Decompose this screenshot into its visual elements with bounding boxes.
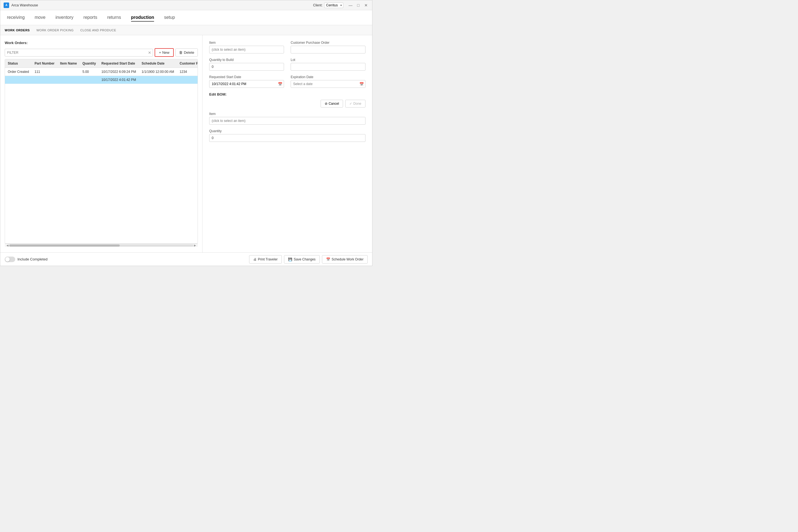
close-button[interactable]: ✕ bbox=[363, 2, 369, 8]
delete-button[interactable]: 🗑 Delete bbox=[175, 49, 198, 57]
col-part-number: Part Number bbox=[32, 59, 57, 68]
horizontal-scrollbar[interactable]: ◀ ▶ bbox=[5, 244, 198, 247]
main-window: A Arca Warehouse Client: Cerritus — □ ✕ … bbox=[0, 0, 373, 266]
bom-quantity-label: Quantity bbox=[209, 129, 365, 133]
lot-input[interactable] bbox=[291, 63, 365, 71]
col-customer-purch: Customer Purch bbox=[177, 59, 198, 68]
cell-part-number bbox=[32, 76, 57, 84]
edit-bom-label: Edit BOM: bbox=[209, 92, 365, 96]
cancel-button[interactable]: ⊘ Cancel bbox=[321, 100, 343, 108]
maximize-button[interactable]: □ bbox=[356, 2, 361, 8]
nav-item-production[interactable]: production bbox=[131, 14, 154, 22]
nav-item-inventory[interactable]: inventory bbox=[55, 14, 73, 22]
scrollbar-track bbox=[9, 244, 193, 247]
new-button[interactable]: + New bbox=[155, 48, 174, 57]
cell-quantity bbox=[79, 76, 99, 84]
col-schedule-date: Schedule Date bbox=[139, 59, 177, 68]
scroll-right-arrow[interactable]: ▶ bbox=[193, 244, 197, 247]
work-orders-table: Status Part Number Item Name Quantity Re… bbox=[5, 59, 198, 84]
plus-icon: + bbox=[159, 51, 161, 55]
customer-po-label: Customer Purchase Order bbox=[291, 41, 365, 44]
table-row[interactable]: Order Created 111 5.00 10/17/2022 6:09:2… bbox=[5, 68, 198, 76]
cell-part-number: 111 bbox=[32, 68, 57, 76]
expiration-date-input[interactable] bbox=[291, 80, 365, 88]
delete-button-label: Delete bbox=[184, 51, 194, 55]
right-panel: Item Customer Purchase Order Quantity to… bbox=[203, 35, 372, 252]
customer-po-input[interactable] bbox=[291, 46, 365, 54]
nav-item-returns[interactable]: returns bbox=[107, 14, 121, 22]
left-panel: Work Orders: ✕ + New 🗑 Delete bbox=[0, 35, 203, 252]
sub-nav-work-order-picking[interactable]: WORK ORDER PICKING bbox=[36, 28, 73, 33]
table-row[interactable]: 10/17/2022 4:01:42 PM bbox=[5, 76, 198, 84]
app-title: Arca Warehouse bbox=[11, 3, 38, 7]
bom-actions: ⊘ Cancel ✓ Done bbox=[209, 100, 365, 108]
col-status: Status bbox=[5, 59, 32, 68]
item-input[interactable] bbox=[209, 46, 284, 54]
toggle-knob bbox=[5, 257, 10, 262]
qty-to-build-label: Quantity to Build bbox=[209, 58, 284, 62]
title-bar-right: Client: Cerritus — □ ✕ bbox=[313, 2, 369, 8]
done-button[interactable]: ✓ Done bbox=[345, 100, 365, 108]
filter-input-wrapper: ✕ bbox=[5, 49, 153, 57]
requested-start-date-input[interactable] bbox=[209, 80, 284, 88]
expiration-date-label: Expiration Date bbox=[291, 75, 365, 79]
cell-status: Order Created bbox=[5, 68, 32, 76]
filter-input[interactable] bbox=[5, 49, 153, 57]
item-label: Item bbox=[209, 41, 284, 44]
new-button-label: New bbox=[162, 51, 169, 55]
cell-requested-start-date: 10/17/2022 4:01:42 PM bbox=[99, 76, 139, 84]
include-completed-toggle[interactable] bbox=[5, 256, 15, 262]
form-group-customer-po: Customer Purchase Order bbox=[291, 41, 365, 54]
title-bar-left: A Arca Warehouse bbox=[4, 2, 38, 8]
nav-item-move[interactable]: move bbox=[35, 14, 45, 22]
save-changes-label: Save Changes bbox=[294, 258, 316, 261]
cell-schedule-date bbox=[139, 76, 177, 84]
client-selector: Client: Cerritus bbox=[313, 2, 343, 8]
calendar-schedule-icon: 📅 bbox=[326, 258, 330, 261]
print-traveler-label: Print Traveler bbox=[258, 258, 278, 261]
nav-bar: receiving move inventory reports returns… bbox=[0, 10, 372, 25]
form-group-expiration-date: Expiration Date 📅 bbox=[291, 75, 365, 88]
schedule-work-order-button[interactable]: 📅 Schedule Work Order bbox=[322, 255, 368, 264]
expiration-date-wrapper: 📅 bbox=[291, 80, 365, 88]
sub-nav-work-orders[interactable]: WORK ORDERS bbox=[5, 28, 30, 33]
requested-start-date-wrapper: 📅 bbox=[209, 80, 284, 88]
nav-item-reports[interactable]: reports bbox=[83, 14, 97, 22]
minimize-button[interactable]: — bbox=[348, 2, 353, 8]
filter-clear-button[interactable]: ✕ bbox=[148, 51, 151, 55]
save-changes-button[interactable]: 💾 Save Changes bbox=[284, 255, 320, 264]
scroll-left-arrow[interactable]: ◀ bbox=[6, 244, 9, 247]
requested-start-date-calendar-icon[interactable]: 📅 bbox=[278, 82, 282, 86]
form-group-bom-item: Item bbox=[209, 112, 365, 125]
bom-item-label: Item bbox=[209, 112, 365, 116]
cell-customer-purch bbox=[177, 76, 198, 84]
sub-nav-close-and-produce[interactable]: CLOSE AND PRODUCE bbox=[80, 28, 116, 33]
cell-item-name bbox=[57, 68, 80, 76]
title-bar: A Arca Warehouse Client: Cerritus — □ ✕ bbox=[0, 0, 372, 10]
form-group-item: Item bbox=[209, 41, 284, 54]
qty-to-build-input[interactable] bbox=[209, 63, 284, 71]
main-content: Work Orders: ✕ + New 🗑 Delete bbox=[0, 35, 372, 252]
toolbar: ✕ + New 🗑 Delete bbox=[5, 48, 198, 57]
client-dropdown[interactable]: Cerritus bbox=[324, 2, 343, 8]
bom-quantity-input[interactable] bbox=[209, 134, 365, 142]
lot-label: Lot bbox=[291, 58, 365, 62]
form-row-qty-lot: Quantity to Build Lot bbox=[209, 58, 365, 71]
done-label: Done bbox=[353, 102, 361, 106]
sub-nav: WORK ORDERS WORK ORDER PICKING CLOSE AND… bbox=[0, 25, 372, 35]
expiration-date-calendar-icon[interactable]: 📅 bbox=[359, 82, 364, 86]
cell-customer-purch: 1234 bbox=[177, 68, 198, 76]
scrollbar-thumb[interactable] bbox=[9, 244, 120, 247]
bom-item-input[interactable] bbox=[209, 117, 365, 125]
app-icon: A bbox=[4, 2, 9, 8]
col-requested-start-date: Requested Start Date bbox=[99, 59, 139, 68]
nav-item-receiving[interactable]: receiving bbox=[7, 14, 25, 22]
col-quantity: Quantity bbox=[79, 59, 99, 68]
work-orders-table-wrapper: Status Part Number Item Name Quantity Re… bbox=[5, 59, 198, 244]
requested-start-date-label: Requested Start Date bbox=[209, 75, 284, 79]
print-traveler-button[interactable]: 🖨 Print Traveler bbox=[249, 255, 282, 264]
client-dropdown-wrapper[interactable]: Cerritus bbox=[324, 2, 343, 8]
form-group-qty-to-build: Quantity to Build bbox=[209, 58, 284, 71]
nav-item-setup[interactable]: setup bbox=[164, 14, 175, 22]
form-row-dates: Requested Start Date 📅 Expiration Date 📅 bbox=[209, 75, 365, 88]
